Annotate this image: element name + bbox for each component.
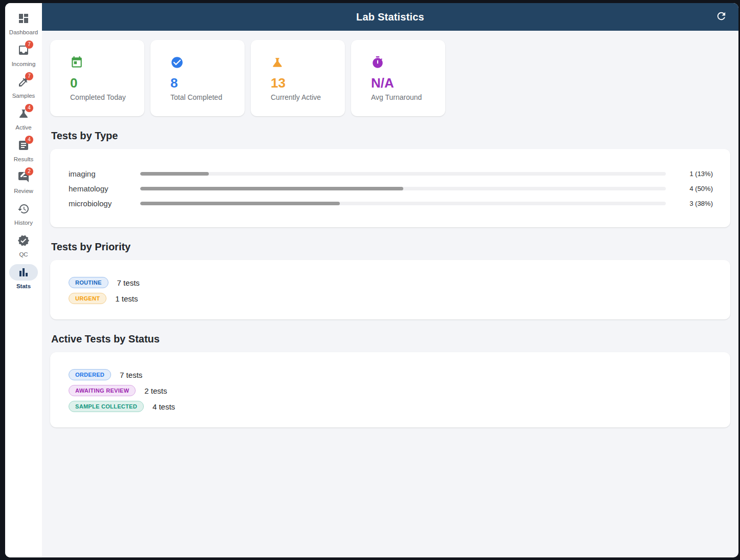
sidebar-item-qc[interactable]: QC: [9, 232, 38, 257]
sidebar-item-incoming[interactable]: 7 Incoming: [9, 42, 38, 67]
sidebar-item-stats[interactable]: Stats: [9, 264, 38, 289]
type-row-imaging: imaging 1 (13%): [69, 168, 713, 179]
sidebar-item-label: Samples: [12, 93, 35, 99]
stat-label: Completed Today: [70, 93, 137, 101]
nav-icon-wrap: [9, 201, 38, 217]
stat-card-currently-active: 13 Currently Active: [251, 40, 345, 116]
nav-icon-wrap: 7: [9, 74, 38, 90]
section-heading-tests-by-priority: Tests by Priority: [51, 241, 730, 253]
active-by-status-panel: ORDERED 7 tests AWAITING REVIEW 2 tests …: [50, 352, 730, 427]
priority-chip-urgent: URGENT: [69, 293, 106, 304]
status-row-awaiting-review: AWAITING REVIEW 2 tests: [69, 385, 712, 396]
status-count: 2 tests: [144, 386, 167, 395]
status-chip-awaiting-review: AWAITING REVIEW: [69, 385, 136, 396]
stat-label: Total Completed: [170, 93, 237, 101]
status-chip-ordered: ORDERED: [69, 369, 111, 380]
stopwatch-icon: [371, 56, 384, 69]
bar-chart-icon: [17, 266, 30, 278]
stat-card-total-completed: 8 Total Completed: [150, 40, 245, 116]
nav-icon-wrap: [9, 10, 38, 27]
dashboard-grid-icon: [17, 12, 30, 25]
stat-value: N/A: [371, 76, 438, 91]
history-icon: [17, 203, 30, 215]
type-row-microbiology: microbiology 3 (38%): [69, 198, 713, 209]
nav-badge: 2: [25, 167, 33, 176]
progress-bar-fill: [140, 202, 340, 205]
content-scroll-area: 0 Completed Today 8 Total Completed 13 C…: [42, 31, 738, 557]
progress-bar-microbiology: [140, 202, 666, 205]
sidebar-item-results[interactable]: 4 Results: [9, 137, 38, 162]
refresh-button[interactable]: [711, 7, 731, 27]
type-label: microbiology: [69, 199, 140, 208]
sidebar-item-label: QC: [19, 251, 28, 257]
stat-value: 0: [70, 76, 137, 91]
section-heading-tests-by-type: Tests by Type: [51, 130, 730, 142]
stat-value: 8: [170, 76, 237, 91]
sidebar-nav: Dashboard 7 Incoming 7 Samples: [5, 3, 42, 557]
type-label: hematology: [69, 184, 140, 193]
nav-icon-wrap: 4: [9, 137, 38, 154]
nav-badge: 4: [25, 104, 33, 112]
nav-icon-pill: [9, 264, 38, 281]
stat-card-avg-turnaround: N/A Avg Turnaround: [351, 40, 445, 116]
nav-icon-wrap: 4: [9, 105, 38, 122]
tests-by-priority-panel: ROUTINE 7 tests URGENT 1 tests: [50, 260, 730, 319]
priority-row-routine: ROUTINE 7 tests: [69, 277, 712, 288]
progress-bar-fill: [140, 172, 209, 176]
sidebar-item-label: History: [14, 220, 33, 226]
flask-icon: [271, 56, 284, 69]
priority-row-urgent: URGENT 1 tests: [69, 293, 712, 304]
progress-bar-fill: [140, 187, 403, 190]
sidebar-item-label: Active: [15, 124, 31, 131]
type-row-hematology: hematology 4 (50%): [69, 183, 713, 194]
sidebar-item-label: Results: [14, 156, 33, 162]
priority-count: 1 tests: [115, 294, 138, 303]
progress-bar-hematology: [140, 187, 666, 190]
app-window: Dashboard 7 Incoming 7 Samples: [5, 3, 738, 557]
sidebar-item-review[interactable]: 2 Review: [9, 169, 38, 194]
progress-bar-imaging: [140, 172, 666, 176]
type-value: 3 (38%): [666, 200, 713, 207]
nav-icon-wrap: 7: [9, 42, 38, 58]
status-chip-sample-collected: SAMPLE COLLECTED: [69, 401, 144, 412]
sidebar-item-history[interactable]: History: [9, 201, 38, 226]
sidebar-item-label: Review: [14, 188, 33, 194]
type-value: 1 (13%): [666, 170, 713, 178]
nav-icon-wrap: 2: [9, 169, 38, 185]
nav-badge: 7: [25, 72, 33, 80]
sidebar-item-active[interactable]: 4 Active: [9, 105, 38, 131]
section-heading-active-by-status: Active Tests by Status: [51, 333, 730, 345]
sidebar-item-label: Incoming: [12, 61, 36, 67]
app-bar: Lab Statistics: [42, 3, 738, 31]
calendar-icon: [70, 56, 83, 69]
page-title: Lab Statistics: [356, 11, 424, 23]
status-row-sample-collected: SAMPLE COLLECTED 4 tests: [69, 401, 712, 412]
nav-badge: 4: [25, 136, 33, 144]
status-count: 4 tests: [153, 402, 175, 411]
nav-icon-wrap: [9, 232, 38, 249]
priority-count: 7 tests: [117, 278, 140, 287]
main-area: Lab Statistics 0 Completed Today: [42, 3, 738, 557]
type-label: imaging: [69, 169, 140, 178]
refresh-icon: [715, 10, 727, 24]
sidebar-item-dashboard[interactable]: Dashboard: [9, 10, 38, 35]
status-row-ordered: ORDERED 7 tests: [69, 369, 712, 380]
stat-label: Currently Active: [271, 93, 338, 101]
sidebar-item-label: Dashboard: [9, 29, 38, 35]
type-value: 4 (50%): [666, 185, 713, 192]
status-count: 7 tests: [120, 371, 142, 379]
tests-by-type-panel: imaging 1 (13%) hematology 4 (50%) micro…: [50, 149, 730, 227]
stat-cards-row: 0 Completed Today 8 Total Completed 13 C…: [50, 40, 730, 116]
stat-label: Avg Turnaround: [371, 93, 438, 101]
priority-chip-routine: ROUTINE: [69, 277, 108, 288]
stat-card-completed-today: 0 Completed Today: [50, 40, 144, 116]
sidebar-item-label: Stats: [16, 283, 31, 289]
stat-value: 13: [271, 76, 338, 91]
sidebar-item-samples[interactable]: 7 Samples: [9, 74, 38, 99]
check-circle-icon: [170, 56, 184, 69]
verified-badge-icon: [17, 234, 30, 247]
nav-badge: 7: [25, 40, 33, 49]
